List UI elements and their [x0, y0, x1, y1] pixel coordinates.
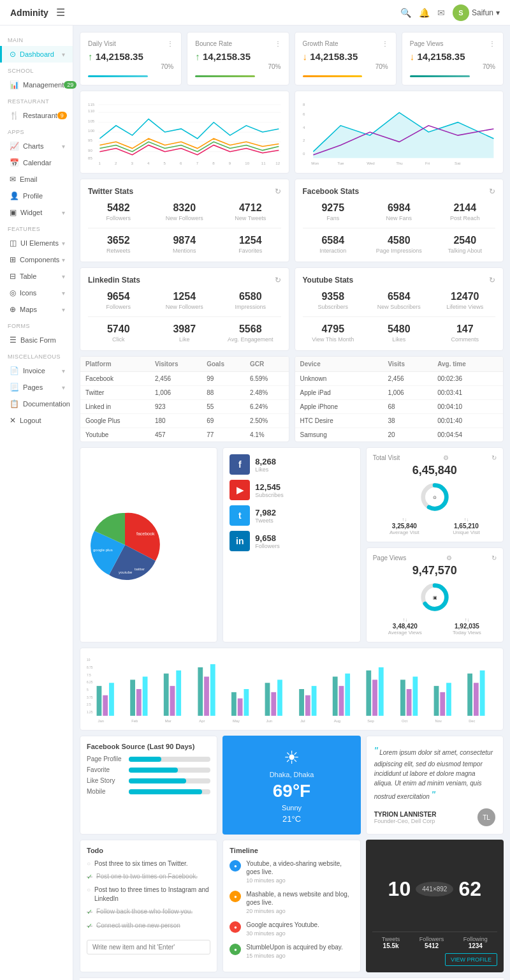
sidebar-item-dashboard[interactable]: ⊙ Dashboard ▾ [0, 46, 73, 63]
sidebar-item-icons[interactable]: ◎Icons ▾ [0, 285, 73, 301]
svg-rect-83 [271, 692, 276, 716]
table-row: Youtube457774.1% [80, 428, 289, 442]
monthly-bar-chart: Jan Feb Mar Apr May Jun Jul Aug Sep Oct … [80, 648, 504, 731]
svg-rect-82 [265, 683, 270, 716]
refresh-icon[interactable]: ↻ [492, 554, 497, 561]
sidebar-item-basic-form[interactable]: ☰Basic Form [0, 332, 73, 348]
analytics-visit-card: Total Visit ⚙ ↻ 6,45,840 ⊙ [366, 447, 504, 542]
sidebar-item-invoice[interactable]: 📄Invoice ▾ [0, 362, 73, 379]
sidebar-item-pages[interactable]: 📃Pages ▾ [0, 379, 73, 396]
list-item: ● Google acquires Youtube. 30 minutes ag… [229, 921, 353, 937]
stat-card-daily-visit: Daily Visit⋮ ↑ 14,2158.35 70% [80, 32, 182, 85]
checkmark-icon: ✓ [87, 872, 92, 882]
twitter-new-followers: 8320 New Followers [154, 202, 215, 221]
pie-chart-card: facebook twitter google plus youtube [80, 447, 217, 642]
refresh-icon[interactable]: ↻ [275, 276, 281, 285]
sidebar-item-charts[interactable]: 📈Charts ▾ [0, 138, 73, 154]
stat-card-growth-rate: Growth Rate⋮ ↓ 14,2158.35 70% [295, 32, 397, 85]
sidebar-item-calendar[interactable]: 📅Calendar [0, 154, 73, 171]
timeline-dot: ● [229, 891, 241, 902]
refresh-icon[interactable]: ↻ [492, 454, 497, 461]
svg-text:115: 115 [88, 102, 95, 107]
svg-rect-79 [231, 692, 237, 716]
sidebar-item-components[interactable]: ⊞Components ▾ [0, 251, 73, 268]
bottom-row-1: Facebook Source (Last 90 Days) Page Prof… [80, 736, 504, 835]
svg-rect-101 [474, 683, 479, 716]
svg-text:1: 1 [98, 161, 101, 165]
fb-fans: 9275 Fans [303, 202, 364, 221]
svg-rect-99 [446, 683, 451, 716]
svg-text:110: 110 [88, 108, 95, 113]
sidebar-section-forms: FORMS ☰Basic Form [0, 318, 73, 348]
svg-text:6.25: 6.25 [87, 681, 93, 684]
svg-rect-69 [109, 683, 114, 716]
logout-icon: ✕ [10, 416, 16, 425]
footer: This dashboard was generated on Sat Nov … [80, 977, 504, 980]
table-row: Apple iPhone6800:04:10 [295, 400, 504, 414]
more-icon[interactable]: ⋮ [489, 40, 495, 47]
main-content: Daily Visit⋮ ↑ 14,2158.35 70% Bounce Rat… [73, 26, 510, 980]
settings-icon[interactable]: ⚙ [443, 454, 449, 461]
list-item: ● Youtube, a video-sharing website, goes… [229, 859, 353, 884]
bullet-icon: ○ [87, 859, 91, 868]
twitter-following-stat: Following 1234 [463, 936, 488, 949]
more-icon[interactable]: ⋮ [275, 40, 281, 47]
svg-text:Sep: Sep [367, 719, 374, 723]
pie-chart: facebook twitter google plus youtube [87, 507, 163, 583]
sidebar-item-email[interactable]: ✉Email [0, 171, 73, 188]
refresh-icon[interactable]: ↻ [489, 187, 495, 196]
svg-text:May: May [233, 719, 240, 723]
platform-table: Platform Visitors Goals GCR Facebook2,45… [80, 356, 289, 442]
list-item: ● Mashable, a news website and blog, goe… [229, 890, 353, 914]
svg-text:3.75: 3.75 [87, 696, 93, 699]
twitter-icon: t [229, 505, 250, 526]
sidebar-item-documentation[interactable]: 📋Documentation [0, 396, 73, 412]
svg-text:youtube: youtube [119, 570, 133, 574]
more-icon[interactable]: ⋮ [167, 40, 173, 47]
sidebar-item-management[interactable]: 📊 Management 29 [0, 77, 73, 93]
svg-text:0: 0 [303, 151, 305, 156]
sidebar-item-maps[interactable]: ⊕Maps ▾ [0, 301, 73, 318]
table-row: Google Plus180692.50% [80, 414, 289, 428]
svg-text:⊙: ⊙ [433, 495, 437, 500]
svg-text:12: 12 [275, 161, 280, 165]
refresh-icon[interactable]: ↻ [489, 276, 495, 285]
facebook-link: f 8,268 Likes [229, 454, 353, 475]
sidebar-item-widget[interactable]: ▣Widget ▾ [0, 204, 73, 221]
social-stats-row-2: Linkedin Stats ↻ 9654 Followers 1254 New… [80, 267, 504, 351]
twitter-counter-card: 10 441×892 62 Tweets 15.5k Followers 541… [366, 840, 504, 972]
li-like: 3987 Like [154, 323, 215, 343]
svg-text:2.5: 2.5 [87, 703, 91, 706]
calendar-icon: 📅 [10, 158, 19, 167]
sidebar-section-restaurant: RESTAURANT 🍴 Restaurant 9 [0, 93, 73, 124]
sidebar-section-misc: MISCELLANEOUS 📄Invoice ▾ 📃Pages ▾ 📋Docum… [0, 348, 73, 429]
bell-icon[interactable]: 🔔 [419, 8, 430, 18]
mail-icon[interactable]: ✉ [437, 8, 445, 18]
fb-post-reach: 2144 Post Reach [435, 202, 496, 221]
checkmark-icon: ✓ [87, 921, 92, 931]
list-item: ● StumbleUpon is acquired by ebay. 15 mi… [229, 943, 353, 959]
sidebar-section-school: SCHOOL 📊 Management 29 [0, 63, 73, 93]
settings-icon[interactable]: ⚙ [446, 554, 452, 561]
form-icon: ☰ [10, 336, 17, 345]
twitter-new-tweets: 4712 New Tweets [220, 202, 281, 221]
yt-new-subscribers: 6584 New Subscribers [368, 291, 430, 310]
svg-rect-96 [412, 677, 418, 716]
sidebar-item-profile[interactable]: 👤Profile [0, 188, 73, 204]
search-icon[interactable]: 🔍 [400, 8, 411, 18]
todo-input[interactable] [87, 940, 210, 954]
sidebar-item-logout[interactable]: ✕Logout [0, 412, 73, 429]
user-menu[interactable]: S Saifun ▾ [453, 4, 500, 21]
sidebar-item-ui-elements[interactable]: ◫UI Elements ▾ [0, 235, 73, 251]
sidebar-item-table[interactable]: ⊟Table ▾ [0, 268, 73, 285]
svg-text:3: 3 [131, 161, 133, 165]
svg-text:Nov: Nov [435, 719, 442, 723]
refresh-icon[interactable]: ↻ [275, 187, 281, 196]
more-icon[interactable]: ⋮ [382, 40, 388, 47]
sidebar-item-restaurant[interactable]: 🍴 Restaurant 9 [0, 107, 73, 124]
email-icon: ✉ [10, 175, 16, 184]
charts-icon: 📈 [10, 142, 19, 151]
hamburger-icon[interactable]: ☰ [56, 6, 65, 19]
view-profile-button[interactable]: VIEW PROFILE [445, 953, 497, 966]
svg-rect-71 [136, 689, 142, 716]
